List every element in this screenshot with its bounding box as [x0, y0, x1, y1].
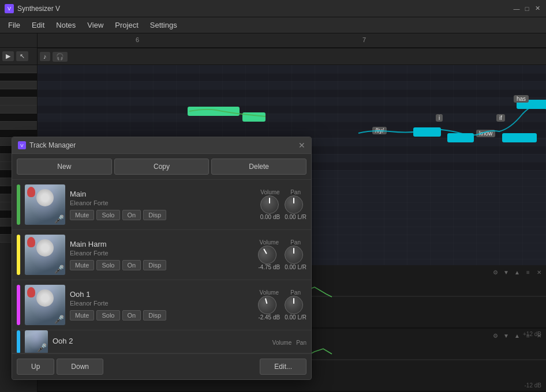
waveform-down-2[interactable]: ▼: [502, 331, 511, 340]
note-pill-5[interactable]: [413, 127, 441, 137]
word-if: if: [496, 114, 505, 122]
piano-key-w2[interactable]: [0, 81, 37, 89]
svg-rect-7: [38, 122, 546, 130]
new-track-button[interactable]: New: [17, 159, 112, 175]
track-btns-1: Mute Solo On Disp: [70, 260, 253, 270]
volume-value-1: -4.75 dB: [258, 264, 280, 270]
dialog-title: Track Manager: [29, 141, 298, 149]
note-pill-3[interactable]: [188, 107, 240, 116]
app-title: Synthesizer V: [17, 5, 513, 13]
app-icon: V: [5, 4, 14, 13]
svg-rect-5: [38, 89, 546, 97]
disp-2[interactable]: Disp: [143, 310, 166, 321]
disp-1[interactable]: Disp: [143, 260, 166, 270]
waveform-down-1[interactable]: ▼: [502, 267, 511, 277]
edit-button[interactable]: Edit...: [260, 359, 306, 375]
note-icon-btn[interactable]: ♪: [40, 52, 50, 61]
play-button[interactable]: ▶: [2, 51, 14, 61]
track-avatar-1: [25, 235, 65, 275]
track-btns-0: Mute Solo On Disp: [70, 210, 256, 220]
delete-track-button[interactable]: Delete: [211, 159, 306, 175]
word-has: has: [514, 95, 529, 103]
dialog-close-button[interactable]: ✕: [298, 141, 305, 150]
track-item-2[interactable]: Ooh 1 Eleanor Forte Mute Solo On Disp Vo…: [12, 280, 311, 330]
solo-0[interactable]: Solo: [96, 210, 119, 220]
on-1[interactable]: On: [122, 260, 141, 270]
svg-rect-6: [38, 105, 546, 114]
menu-settings[interactable]: Settings: [144, 18, 183, 32]
solo-2[interactable]: Solo: [96, 310, 119, 321]
menu-project[interactable]: Project: [109, 18, 144, 32]
waveform-up-2[interactable]: ▲: [513, 331, 522, 340]
waveform-settings-2[interactable]: ⚙: [491, 331, 500, 340]
menu-notes[interactable]: Notes: [50, 18, 81, 32]
piano-key-w3[interactable]: [0, 97, 37, 105]
track-info-3: Ooh 2: [53, 337, 268, 346]
mute-1[interactable]: Mute: [70, 260, 94, 270]
pan-value-1: 0.00 L/R: [285, 264, 306, 270]
menu-file[interactable]: File: [2, 18, 26, 32]
on-0[interactable]: On: [122, 210, 141, 220]
track-name-1: Main Harm: [70, 240, 253, 248]
copy-track-button[interactable]: Copy: [114, 159, 210, 175]
track-item-3[interactable]: Ooh 2 Volume Pan: [12, 330, 311, 353]
headphone-btn[interactable]: 🎧: [53, 52, 68, 62]
track-list: Main Eleanor Forte Mute Solo On Disp Vol…: [12, 180, 311, 353]
note-pill-1[interactable]: [447, 133, 474, 142]
piano-key-black1[interactable]: [0, 73, 37, 81]
vol-pan-2: Volume -2.45 dB Pan 0.00 L/R: [258, 289, 306, 321]
track-name-0: Main: [70, 190, 256, 198]
menu-edit[interactable]: Edit: [26, 18, 50, 32]
note-pill-4[interactable]: [242, 112, 265, 122]
pan-knob-0[interactable]: [285, 195, 303, 214]
maximize-button[interactable]: □: [523, 5, 531, 13]
menu-view[interactable]: View: [81, 18, 109, 32]
track-info-1: Main Harm Eleanor Forte Mute Solo On Dis…: [70, 240, 253, 270]
mute-0[interactable]: Mute: [70, 210, 94, 220]
piano-key-w5[interactable]: [0, 122, 37, 130]
note-pill-2[interactable]: [502, 133, 537, 142]
waveform-menu-1[interactable]: ≡: [523, 267, 533, 277]
track-info-0: Main Eleanor Forte Mute Solo On Disp: [70, 190, 256, 220]
track-color-2: [17, 285, 20, 325]
track-singer-0: Eleanor Forte: [70, 199, 256, 206]
track-btns-2: Mute Solo On Disp: [70, 310, 253, 321]
pan-knob-1[interactable]: [285, 246, 303, 264]
pan-value-0: 0.00 L/R: [285, 214, 306, 220]
dialog-icon: V: [18, 141, 26, 149]
down-button[interactable]: Down: [57, 359, 103, 375]
vol-pan-1: Volume -4.75 dB Pan 0.00 L/R: [258, 239, 306, 270]
close-button[interactable]: ✕: [533, 5, 541, 13]
track-item-0[interactable]: Main Eleanor Forte Mute Solo On Disp Vol…: [12, 180, 311, 230]
timeline-marker-6: 6: [136, 36, 139, 43]
solo-1[interactable]: Solo: [96, 260, 119, 270]
word-i: i: [436, 114, 443, 122]
piano-key-w4[interactable]: [0, 105, 37, 114]
vol-pan-0: Volume 0.00 dB Pan 0.00 L/R: [260, 189, 306, 220]
mute-2[interactable]: Mute: [70, 310, 94, 321]
minimize-button[interactable]: —: [513, 5, 521, 13]
piano-key-black3[interactable]: [0, 114, 37, 122]
waveform-up-1[interactable]: ▲: [513, 267, 522, 277]
track-info-2: Ooh 1 Eleanor Forte Mute Solo On Disp: [70, 290, 253, 321]
track-item-1[interactable]: Main Harm Eleanor Forte Mute Solo On Dis…: [12, 230, 311, 280]
disp-0[interactable]: Disp: [143, 210, 166, 220]
track-singer-1: Eleanor Forte: [70, 250, 253, 257]
track-singer-2: Eleanor Forte: [70, 300, 253, 307]
db-plus12-label: +12 dB: [523, 331, 541, 337]
word-liy: /liy/: [372, 127, 387, 134]
waveform-close-1[interactable]: ✕: [534, 267, 544, 277]
track-avatar-3: [25, 330, 48, 353]
piano-key-black2[interactable]: [0, 89, 37, 97]
vol-pan-3: Volume Pan: [272, 337, 306, 346]
on-2[interactable]: On: [122, 310, 141, 321]
waveform-settings-1[interactable]: ⚙: [491, 267, 500, 277]
volume-knob-2[interactable]: [256, 293, 279, 316]
up-button[interactable]: Up: [17, 359, 54, 375]
timeline-marker-7: 7: [362, 36, 366, 43]
select-button[interactable]: ↖: [16, 51, 28, 61]
pan-knob-2[interactable]: [285, 296, 303, 314]
volume-knob-0[interactable]: [260, 195, 279, 214]
piano-key-high[interactable]: [0, 65, 37, 73]
track-color-3: [17, 330, 20, 353]
